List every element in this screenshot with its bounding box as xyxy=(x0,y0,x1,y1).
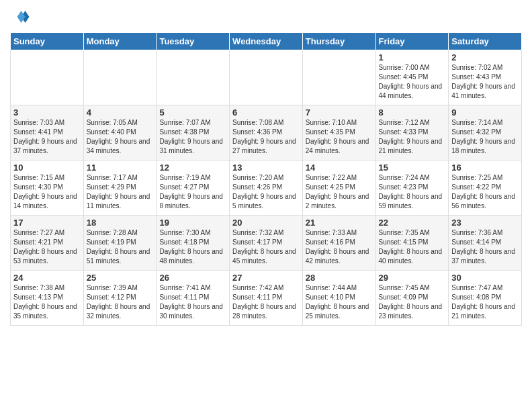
day-info: Sunrise: 7:27 AM Sunset: 4:21 PM Dayligh… xyxy=(13,228,81,266)
day-info: Sunrise: 7:17 AM Sunset: 4:29 PM Dayligh… xyxy=(87,173,154,211)
day-info: Sunrise: 7:36 AM Sunset: 4:14 PM Dayligh… xyxy=(451,228,519,266)
day-number: 7 xyxy=(306,107,373,118)
day-info: Sunrise: 7:07 AM Sunset: 4:38 PM Dayligh… xyxy=(159,118,226,156)
calendar-cell: 11Sunrise: 7:17 AM Sunset: 4:29 PM Dayli… xyxy=(83,161,157,216)
calendar-day-header: Saturday xyxy=(449,33,522,50)
day-number: 22 xyxy=(379,218,446,228)
day-info: Sunrise: 7:35 AM Sunset: 4:15 PM Dayligh… xyxy=(379,228,446,266)
day-number: 25 xyxy=(87,273,154,283)
day-info: Sunrise: 7:03 AM Sunset: 4:41 PM Dayligh… xyxy=(13,118,81,156)
calendar-cell: 8Sunrise: 7:12 AM Sunset: 4:33 PM Daylig… xyxy=(375,105,449,161)
page-header xyxy=(10,7,522,27)
calendar-day-header: Friday xyxy=(375,33,449,50)
day-number: 15 xyxy=(379,163,446,173)
calendar-cell: 18Sunrise: 7:28 AM Sunset: 4:19 PM Dayli… xyxy=(83,216,157,271)
day-number: 21 xyxy=(306,218,373,228)
calendar-week-row: 24Sunrise: 7:38 AM Sunset: 4:13 PM Dayli… xyxy=(11,271,522,326)
day-number: 3 xyxy=(13,107,81,118)
day-number: 17 xyxy=(13,218,81,228)
day-number: 10 xyxy=(13,163,81,173)
day-number: 14 xyxy=(306,163,373,173)
page-container: SundayMondayTuesdayWednesdayThursdayFrid… xyxy=(0,0,532,329)
calendar-cell: 17Sunrise: 7:27 AM Sunset: 4:21 PM Dayli… xyxy=(11,216,84,271)
day-number: 2 xyxy=(451,52,519,62)
day-number: 4 xyxy=(87,107,154,118)
calendar-cell: 28Sunrise: 7:44 AM Sunset: 4:10 PM Dayli… xyxy=(302,271,375,326)
calendar-cell xyxy=(83,50,157,105)
day-info: Sunrise: 7:44 AM Sunset: 4:10 PM Dayligh… xyxy=(306,283,373,321)
day-info: Sunrise: 7:30 AM Sunset: 4:18 PM Dayligh… xyxy=(159,228,226,266)
day-info: Sunrise: 7:00 AM Sunset: 4:45 PM Dayligh… xyxy=(379,63,446,101)
day-number: 13 xyxy=(232,163,300,173)
calendar-day-header: Tuesday xyxy=(157,33,230,50)
calendar-cell: 19Sunrise: 7:30 AM Sunset: 4:18 PM Dayli… xyxy=(157,216,230,271)
calendar-day-header: Monday xyxy=(83,33,157,50)
calendar-cell: 30Sunrise: 7:47 AM Sunset: 4:08 PM Dayli… xyxy=(449,271,522,326)
day-number: 9 xyxy=(451,107,519,118)
calendar-day-header: Thursday xyxy=(302,33,375,50)
day-info: Sunrise: 7:08 AM Sunset: 4:36 PM Dayligh… xyxy=(232,118,300,156)
calendar-cell xyxy=(157,50,230,105)
calendar-header-row: SundayMondayTuesdayWednesdayThursdayFrid… xyxy=(11,33,522,50)
calendar-cell: 21Sunrise: 7:33 AM Sunset: 4:16 PM Dayli… xyxy=(302,216,375,271)
day-number: 19 xyxy=(159,218,226,228)
calendar-cell: 24Sunrise: 7:38 AM Sunset: 4:13 PM Dayli… xyxy=(11,271,84,326)
day-info: Sunrise: 7:24 AM Sunset: 4:23 PM Dayligh… xyxy=(379,173,446,211)
logo-icon xyxy=(10,7,30,27)
calendar-cell: 16Sunrise: 7:25 AM Sunset: 4:22 PM Dayli… xyxy=(449,161,522,216)
calendar-cell: 2Sunrise: 7:02 AM Sunset: 4:43 PM Daylig… xyxy=(449,50,522,105)
calendar-cell xyxy=(11,50,84,105)
calendar-day-header: Sunday xyxy=(11,33,84,50)
calendar-week-row: 17Sunrise: 7:27 AM Sunset: 4:21 PM Dayli… xyxy=(11,216,522,271)
logo xyxy=(10,7,33,27)
day-info: Sunrise: 7:12 AM Sunset: 4:33 PM Dayligh… xyxy=(379,118,446,156)
day-number: 30 xyxy=(451,273,519,283)
day-number: 8 xyxy=(379,107,446,118)
calendar-cell: 25Sunrise: 7:39 AM Sunset: 4:12 PM Dayli… xyxy=(83,271,157,326)
calendar-cell xyxy=(230,50,303,105)
day-info: Sunrise: 7:39 AM Sunset: 4:12 PM Dayligh… xyxy=(87,283,154,321)
day-info: Sunrise: 7:19 AM Sunset: 4:27 PM Dayligh… xyxy=(159,173,226,211)
day-info: Sunrise: 7:33 AM Sunset: 4:16 PM Dayligh… xyxy=(306,228,373,266)
day-number: 20 xyxy=(232,218,300,228)
day-info: Sunrise: 7:10 AM Sunset: 4:35 PM Dayligh… xyxy=(306,118,373,156)
day-info: Sunrise: 7:15 AM Sunset: 4:30 PM Dayligh… xyxy=(13,173,81,211)
day-number: 16 xyxy=(451,163,519,173)
day-number: 6 xyxy=(232,107,300,118)
day-number: 23 xyxy=(451,218,519,228)
day-info: Sunrise: 7:45 AM Sunset: 4:09 PM Dayligh… xyxy=(379,283,446,321)
day-number: 26 xyxy=(159,273,226,283)
calendar-cell: 12Sunrise: 7:19 AM Sunset: 4:27 PM Dayli… xyxy=(157,161,230,216)
day-info: Sunrise: 7:02 AM Sunset: 4:43 PM Dayligh… xyxy=(451,63,519,101)
calendar-cell: 23Sunrise: 7:36 AM Sunset: 4:14 PM Dayli… xyxy=(449,216,522,271)
day-info: Sunrise: 7:25 AM Sunset: 4:22 PM Dayligh… xyxy=(451,173,519,211)
day-number: 28 xyxy=(306,273,373,283)
day-info: Sunrise: 7:28 AM Sunset: 4:19 PM Dayligh… xyxy=(87,228,154,266)
day-info: Sunrise: 7:32 AM Sunset: 4:17 PM Dayligh… xyxy=(232,228,300,266)
day-number: 1 xyxy=(379,52,446,62)
day-info: Sunrise: 7:20 AM Sunset: 4:26 PM Dayligh… xyxy=(232,173,300,211)
calendar-cell: 13Sunrise: 7:20 AM Sunset: 4:26 PM Dayli… xyxy=(230,161,303,216)
day-info: Sunrise: 7:05 AM Sunset: 4:40 PM Dayligh… xyxy=(87,118,154,156)
calendar-week-row: 3Sunrise: 7:03 AM Sunset: 4:41 PM Daylig… xyxy=(11,105,522,161)
calendar-cell: 3Sunrise: 7:03 AM Sunset: 4:41 PM Daylig… xyxy=(11,105,84,161)
calendar-cell: 5Sunrise: 7:07 AM Sunset: 4:38 PM Daylig… xyxy=(157,105,230,161)
calendar-cell: 29Sunrise: 7:45 AM Sunset: 4:09 PM Dayli… xyxy=(375,271,449,326)
day-info: Sunrise: 7:22 AM Sunset: 4:25 PM Dayligh… xyxy=(306,173,373,211)
calendar-cell: 20Sunrise: 7:32 AM Sunset: 4:17 PM Dayli… xyxy=(230,216,303,271)
calendar-cell: 15Sunrise: 7:24 AM Sunset: 4:23 PM Dayli… xyxy=(375,161,449,216)
calendar-week-row: 1Sunrise: 7:00 AM Sunset: 4:45 PM Daylig… xyxy=(11,50,522,105)
day-info: Sunrise: 7:41 AM Sunset: 4:11 PM Dayligh… xyxy=(159,283,226,321)
calendar-table: SundayMondayTuesdayWednesdayThursdayFrid… xyxy=(10,32,522,326)
calendar-cell: 4Sunrise: 7:05 AM Sunset: 4:40 PM Daylig… xyxy=(83,105,157,161)
day-number: 11 xyxy=(87,163,154,173)
day-number: 5 xyxy=(159,107,226,118)
calendar-cell: 10Sunrise: 7:15 AM Sunset: 4:30 PM Dayli… xyxy=(11,161,84,216)
day-number: 24 xyxy=(13,273,81,283)
day-number: 18 xyxy=(87,218,154,228)
calendar-cell: 14Sunrise: 7:22 AM Sunset: 4:25 PM Dayli… xyxy=(302,161,375,216)
day-number: 27 xyxy=(232,273,300,283)
calendar-cell xyxy=(302,50,375,105)
day-info: Sunrise: 7:42 AM Sunset: 4:11 PM Dayligh… xyxy=(232,283,300,321)
calendar-cell: 7Sunrise: 7:10 AM Sunset: 4:35 PM Daylig… xyxy=(302,105,375,161)
